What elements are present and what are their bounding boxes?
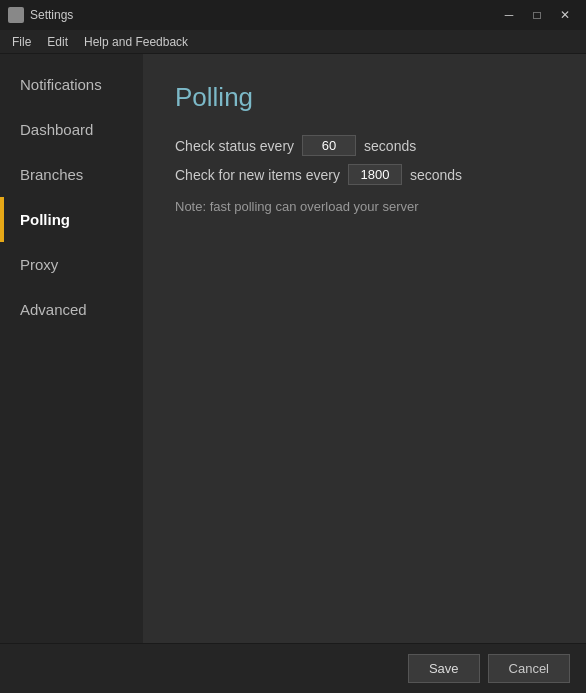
title-bar-title: Settings (30, 8, 73, 22)
sidebar: Notifications Dashboard Branches Polling… (0, 54, 143, 643)
close-button[interactable]: ✕ (552, 5, 578, 25)
check-new-items-row: Check for new items every seconds (175, 164, 554, 185)
app-icon (8, 7, 24, 23)
check-new-items-label: Check for new items every (175, 167, 340, 183)
minimize-button[interactable]: ─ (496, 5, 522, 25)
content-area: Polling Check status every seconds Check… (143, 54, 586, 643)
sidebar-item-polling[interactable]: Polling (0, 197, 143, 242)
check-status-input[interactable] (302, 135, 356, 156)
title-bar-left: Settings (8, 7, 73, 23)
footer: Save Cancel (0, 643, 586, 693)
sidebar-item-advanced[interactable]: Advanced (0, 287, 143, 332)
save-button[interactable]: Save (408, 654, 480, 683)
check-status-label: Check status every (175, 138, 294, 154)
cancel-button[interactable]: Cancel (488, 654, 570, 683)
main-layout: Notifications Dashboard Branches Polling… (0, 54, 586, 643)
menu-file[interactable]: File (4, 33, 39, 51)
page-title: Polling (175, 82, 554, 113)
check-new-items-suffix: seconds (410, 167, 462, 183)
check-status-suffix: seconds (364, 138, 416, 154)
menu-edit[interactable]: Edit (39, 33, 76, 51)
maximize-button[interactable]: □ (524, 5, 550, 25)
title-bar: Settings ─ □ ✕ (0, 0, 586, 30)
menu-bar: File Edit Help and Feedback (0, 30, 586, 54)
sidebar-item-branches[interactable]: Branches (0, 152, 143, 197)
sidebar-item-dashboard[interactable]: Dashboard (0, 107, 143, 152)
check-new-items-input[interactable] (348, 164, 402, 185)
sidebar-item-proxy[interactable]: Proxy (0, 242, 143, 287)
polling-note: Note: fast polling can overload your ser… (175, 199, 554, 214)
check-status-row: Check status every seconds (175, 135, 554, 156)
title-bar-controls: ─ □ ✕ (496, 5, 578, 25)
sidebar-item-notifications[interactable]: Notifications (0, 62, 143, 107)
menu-help[interactable]: Help and Feedback (76, 33, 196, 51)
